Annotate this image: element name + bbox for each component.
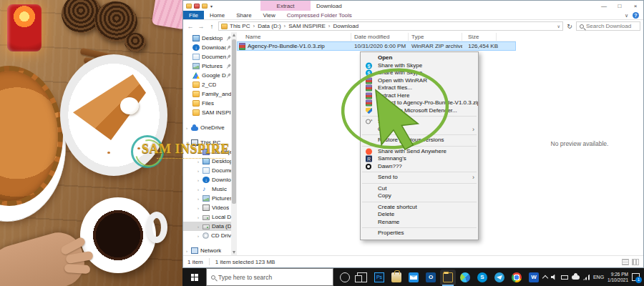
thumbnails-view-icon[interactable] (632, 259, 639, 265)
file-row[interactable]: Agency-Pro-Bundle-V1.0.3.zip 10/31/2020 … (237, 41, 516, 51)
language-indicator[interactable]: ENG (593, 275, 604, 280)
search-input[interactable]: Search Download (576, 21, 640, 31)
menu-item-samnangs[interactable]: Samnang's (361, 155, 478, 163)
sidebar-item-onedrive[interactable]: › OneDrive (183, 123, 231, 132)
sidebar-item-files[interactable]: Files (183, 99, 231, 108)
sidebar-item-google-drive[interactable]: Google Drive (183, 71, 231, 80)
forward-icon[interactable]: → (197, 23, 205, 30)
menu-item-restore-previous-versions[interactable]: Restore previous versions (361, 137, 478, 144)
chrome-icon[interactable] (512, 272, 522, 282)
word-icon[interactable] (529, 272, 539, 282)
sidebar-item-network[interactable]: › Network (183, 246, 231, 255)
sidebar-item-documents-quick[interactable]: Documents (183, 52, 231, 61)
onedrive-icon[interactable] (572, 275, 580, 280)
tree-chevron-icon[interactable]: › (197, 159, 203, 164)
menu-item-delete[interactable]: Delete (361, 211, 478, 219)
tree-chevron-icon[interactable]: › (197, 150, 203, 154)
sidebar-item-data-d[interactable]: › Data (D:) (183, 222, 231, 231)
column-header-size[interactable]: Size (462, 33, 497, 41)
tab-home[interactable]: Home (204, 11, 230, 19)
sidebar-item-2-cd[interactable]: 2_CD (183, 80, 231, 89)
sidebar-item-local-disk-c[interactable]: › Local Disk (C:) (183, 212, 231, 222)
menu-item-create-shortcut[interactable]: Create shortcut (361, 204, 478, 212)
sidebar-item-cd-drive-f[interactable]: › CD Drive (F:) (183, 231, 231, 240)
volume-icon[interactable] (551, 275, 557, 280)
hidden-icons-chevron-icon[interactable] (542, 275, 548, 281)
menu-item-open-with[interactable]: Open with (361, 126, 478, 134)
refresh-icon[interactable]: ↻ (565, 23, 574, 30)
ribbon-collapse-icon[interactable]: ∨ (625, 13, 628, 19)
column-header-date-modified[interactable]: Date modified (351, 33, 409, 41)
tree-chevron-icon[interactable]: › (197, 187, 203, 192)
qat-folder-icon[interactable] (186, 4, 192, 9)
menu-item-send-to[interactable]: Send to (361, 174, 478, 182)
sidebar-scrollbar[interactable] (231, 32, 237, 255)
menu-item-share[interactable]: Share (361, 118, 478, 126)
sidebar-item-this-pc[interactable]: ∨ This PC (183, 138, 231, 147)
tree-chevron-icon[interactable]: › (197, 215, 203, 220)
tab-file[interactable]: File (183, 11, 204, 19)
menu-item-rename[interactable]: Rename (361, 219, 478, 227)
tree-chevron-icon[interactable]: › (186, 126, 191, 130)
sidebar-item-pictures[interactable]: › Pictures (183, 194, 231, 203)
store-icon[interactable] (391, 272, 401, 282)
crumb-this-pc[interactable]: This PC (230, 23, 258, 29)
menu-item-extract-here[interactable]: Extract Here (361, 92, 478, 100)
crumb-data-d[interactable]: Data (D:) (258, 23, 288, 29)
crumb-download[interactable]: Download (333, 23, 359, 29)
battery-icon[interactable] (561, 275, 568, 280)
photoshop-icon[interactable] (374, 272, 384, 282)
menu-item-share-with-skype[interactable]: Share with Skype (361, 62, 478, 70)
menu-item-copy[interactable]: Copy (361, 192, 478, 200)
scrollbar-down-icon[interactable] (233, 251, 235, 254)
sidebar-item-music[interactable]: › Music (183, 184, 231, 194)
clock[interactable]: 9:26 PM 1/10/2021 (608, 272, 628, 283)
menu-item-dawn[interactable]: Dawn??? (361, 163, 478, 171)
outlook-icon[interactable] (426, 272, 436, 282)
up-icon[interactable]: ↑ (208, 23, 216, 30)
tree-chevron-icon[interactable]: › (197, 225, 203, 229)
minimize-button[interactable]: — (596, 1, 612, 11)
sidebar-item-3d-objects[interactable]: › 3D Objects (183, 147, 231, 157)
tree-chevron-icon[interactable]: › (197, 169, 203, 173)
scrollbar-thumb[interactable] (232, 39, 236, 204)
qat-folder-icon[interactable] (202, 4, 208, 9)
menu-item-properties[interactable]: Properties (361, 230, 478, 237)
back-icon[interactable]: ← (186, 23, 195, 30)
qat-customize-caret-icon[interactable]: ▾ (210, 4, 213, 9)
sidebar-item-desktop[interactable]: › Desktop (183, 157, 231, 166)
menu-item-cut[interactable]: Cut (361, 185, 478, 193)
telegram-icon[interactable] (494, 272, 504, 282)
tree-chevron-icon[interactable]: › (197, 234, 203, 238)
address-dropdown-icon[interactable]: ∨ (557, 24, 560, 29)
sidebar-item-desktop-quick[interactable]: Desktop (183, 34, 231, 43)
help-icon[interactable]: ? (633, 12, 639, 19)
details-view-icon[interactable] (622, 259, 629, 265)
tree-chevron-icon[interactable]: › (186, 249, 191, 253)
sidebar-item-sam-inspire[interactable]: SAM INSPIRE (183, 108, 231, 117)
column-header-type[interactable]: Type (409, 33, 462, 41)
skype-icon[interactable] (477, 272, 487, 282)
tree-chevron-icon[interactable]: › (197, 197, 203, 201)
qat-undo-icon[interactable] (194, 4, 200, 9)
sidebar-item-pictures-quick[interactable]: Pictures (183, 61, 231, 71)
sidebar-item-family-and-friends[interactable]: Family_and_Frien (183, 89, 231, 99)
sidebar-item-videos[interactable]: › Videos (183, 203, 231, 212)
edge-icon[interactable] (460, 272, 470, 282)
crumb-sam-inspire[interactable]: SAM INSPIRE (288, 23, 333, 29)
menu-item-open-with-winrar[interactable]: Open with WinRAR (361, 77, 478, 85)
mail-icon[interactable] (409, 272, 419, 282)
start-button[interactable] (182, 268, 206, 286)
file-name-cell[interactable]: Agency-Pro-Bundle-V1.0.3.zip (237, 43, 351, 50)
tree-chevron-icon[interactable]: › (197, 178, 203, 182)
sidebar-item-documents[interactable]: › Documents (183, 166, 231, 175)
menu-item-extract-files[interactable]: Extract files... (361, 84, 478, 92)
close-button[interactable]: × (628, 1, 643, 11)
taskbar-search-input[interactable]: Type here to search (206, 268, 333, 286)
network-icon[interactable] (583, 275, 590, 280)
action-center-icon[interactable]: 1 (632, 273, 640, 281)
tab-view[interactable]: View (258, 11, 281, 19)
menu-item-open[interactable]: Open (361, 54, 478, 62)
tab-share[interactable]: Share (230, 11, 257, 19)
sidebar-item-downloads-quick[interactable]: Downloads (183, 43, 231, 52)
